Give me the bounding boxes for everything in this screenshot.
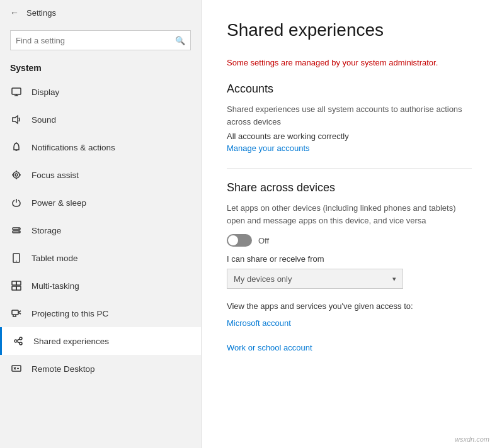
work-account-link[interactable]: Work or school account <box>227 343 472 352</box>
svg-point-30 <box>20 342 22 345</box>
share-dropdown-row: I can share or receive from My devices o… <box>227 254 472 289</box>
share-desc: Let apps on other devices (including lin… <box>227 202 472 227</box>
accounts-status: All accounts are working correctly <box>227 132 472 141</box>
sidebar-item-notifications[interactable]: Notifications & actions <box>0 133 201 161</box>
dropdown-value: My devices only <box>234 274 292 284</box>
sound-icon <box>10 113 23 126</box>
sidebar-item-display[interactable]: Display <box>0 78 201 106</box>
page-title: Shared experiences <box>227 20 472 40</box>
main-content: Shared experiences Some settings are man… <box>202 0 497 448</box>
sidebar-item-tablet[interactable]: Tablet mode <box>0 244 201 272</box>
titlebar-title: Settings <box>26 8 56 18</box>
sidebar-item-storage-label: Storage <box>31 226 61 235</box>
sidebar-item-tablet-label: Tablet mode <box>31 254 78 263</box>
tablet-icon <box>10 252 23 264</box>
search-input[interactable] <box>11 33 170 48</box>
sidebar-item-shared-label: Shared experiences <box>33 337 109 346</box>
svg-point-17 <box>16 260 17 262</box>
sidebar-item-multitasking-label: Multi-tasking <box>31 281 79 291</box>
shared-icon <box>12 335 25 347</box>
view-label: View the apps and services you've given … <box>227 301 472 311</box>
search-icon: 🔍 <box>170 36 190 45</box>
chevron-down-icon: ▾ <box>392 275 396 283</box>
watermark: wsxdn.com <box>455 435 489 443</box>
svg-rect-22 <box>12 310 18 315</box>
multitasking-icon <box>10 279 23 292</box>
microsoft-account-link[interactable]: Microsoft account <box>227 318 472 328</box>
display-icon <box>10 86 23 98</box>
svg-rect-20 <box>12 286 16 290</box>
share-section-title: Share across devices <box>227 181 472 194</box>
svg-point-14 <box>18 228 19 229</box>
manage-accounts-link[interactable]: Manage your accounts <box>227 143 472 153</box>
sidebar-item-focus[interactable]: Focus assist <box>0 161 201 189</box>
sidebar-item-display-label: Display <box>31 87 59 97</box>
sidebar-item-shared[interactable]: Shared experiences <box>0 327 201 355</box>
sidebar-item-power[interactable]: Power & sleep <box>0 189 201 216</box>
share-toggle-label: Off <box>258 236 269 245</box>
sidebar-item-focus-label: Focus assist <box>31 171 79 180</box>
svg-rect-18 <box>12 281 16 285</box>
share-toggle-row: Off <box>227 234 472 247</box>
svg-marker-3 <box>13 116 18 123</box>
svg-point-29 <box>20 337 22 340</box>
dropdown-label: I can share or receive from <box>227 254 472 264</box>
share-toggle[interactable] <box>227 234 252 247</box>
sidebar-item-multitasking[interactable]: Multi-tasking <box>0 272 201 300</box>
titlebar: ← Settings <box>0 0 201 25</box>
sidebar-item-remote-label: Remote Desktop <box>31 364 95 374</box>
sidebar-item-projecting-label: Projecting to this PC <box>31 309 108 318</box>
svg-point-15 <box>18 232 19 232</box>
accounts-desc: Shared experiences use all system accoun… <box>227 103 472 128</box>
svg-point-7 <box>15 174 18 176</box>
svg-point-28 <box>14 340 17 342</box>
back-button[interactable]: ← <box>10 8 19 18</box>
notifications-icon <box>10 141 23 154</box>
admin-warning: Some settings are managed by your system… <box>227 58 472 67</box>
devices-dropdown[interactable]: My devices only ▾ <box>227 269 403 289</box>
sidebar-item-notifications-label: Notifications & actions <box>31 143 115 152</box>
svg-rect-0 <box>12 88 21 94</box>
section-divider <box>227 168 472 169</box>
sidebar-item-sound[interactable]: Sound <box>0 106 201 133</box>
svg-point-6 <box>13 172 20 178</box>
projecting-icon <box>10 307 23 320</box>
sidebar-item-power-label: Power & sleep <box>31 198 86 208</box>
sidebar: ← Settings 🔍 System Display Sound <box>0 0 202 448</box>
sidebar-item-storage[interactable]: Storage <box>0 216 201 244</box>
svg-rect-21 <box>16 286 21 290</box>
sidebar-item-remote[interactable]: Remote Desktop <box>0 355 201 383</box>
svg-rect-33 <box>12 366 21 371</box>
remote-icon <box>10 362 23 375</box>
svg-rect-19 <box>16 281 21 285</box>
sidebar-item-projecting[interactable]: Projecting to this PC <box>0 300 201 327</box>
sidebar-item-sound-label: Sound <box>31 115 56 125</box>
search-box[interactable]: 🔍 <box>10 30 191 50</box>
svg-line-31 <box>17 339 20 340</box>
power-icon <box>10 196 23 209</box>
sidebar-section-label: System <box>0 55 201 78</box>
accounts-section-title: Accounts <box>227 82 472 96</box>
focus-icon <box>10 169 23 181</box>
storage-icon <box>10 224 23 237</box>
svg-line-32 <box>17 342 20 343</box>
